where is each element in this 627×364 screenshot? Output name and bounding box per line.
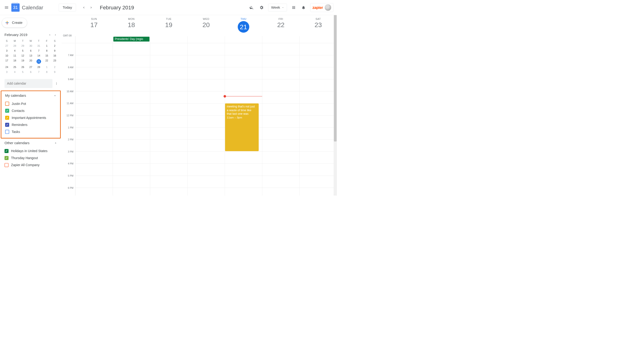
mini-day[interactable]: 7 (35, 48, 43, 53)
search-button[interactable] (249, 4, 255, 10)
day-header[interactable]: FRI22 (262, 15, 300, 36)
mini-day[interactable]: 28 (11, 44, 19, 48)
mini-day[interactable]: 27 (3, 44, 11, 48)
calendar-item[interactable]: Zapier All Company (4, 162, 59, 169)
mini-day[interactable]: 1 (43, 65, 51, 70)
main-menu-button[interactable] (3, 4, 9, 10)
mini-day[interactable]: 6 (27, 70, 35, 75)
calendar-checkbox[interactable] (5, 130, 9, 134)
mini-day[interactable]: 2 (51, 65, 59, 70)
mini-day[interactable]: 28 (35, 65, 43, 70)
my-calendars-toggle[interactable]: My calendars (2, 92, 59, 100)
add-calendar-input[interactable] (4, 79, 52, 88)
mini-day[interactable]: 2 (51, 44, 59, 48)
prev-week-button[interactable] (81, 4, 87, 10)
calendar-checkbox[interactable] (5, 109, 9, 113)
view-selector[interactable]: Week (268, 3, 287, 11)
apps-button[interactable] (291, 4, 297, 10)
mini-day[interactable]: 17 (3, 58, 11, 65)
allday-cell[interactable] (262, 36, 300, 43)
day-column[interactable] (113, 43, 150, 196)
zapier-account-chip[interactable]: zapier (310, 3, 333, 12)
user-avatar[interactable] (325, 4, 331, 11)
settings-button[interactable] (258, 4, 264, 10)
mini-day[interactable]: 6 (27, 48, 35, 53)
next-week-button[interactable] (88, 4, 94, 10)
mini-day[interactable]: 4 (11, 70, 19, 75)
mini-day[interactable]: 8 (43, 48, 51, 53)
calendar-item[interactable]: Holidays in United States (4, 148, 59, 155)
day-header[interactable]: SAT23 (300, 15, 337, 36)
allday-cell[interactable]: Presidents' Day (regio (113, 36, 150, 43)
mini-day[interactable]: 20 (27, 58, 35, 65)
allday-cell[interactable] (300, 36, 337, 43)
allday-cell[interactable] (225, 36, 262, 43)
mini-day[interactable]: 15 (43, 53, 51, 58)
mini-day[interactable]: 16 (51, 53, 59, 58)
day-header[interactable]: TUE19 (150, 15, 187, 36)
allday-cell[interactable] (187, 36, 225, 43)
mini-day[interactable]: 4 (11, 48, 19, 53)
mini-day[interactable]: 19 (19, 58, 27, 65)
day-header[interactable]: MON18 (113, 15, 150, 36)
allday-cell[interactable] (75, 36, 113, 43)
day-column[interactable] (75, 43, 113, 196)
allday-cell[interactable] (150, 36, 187, 43)
create-button[interactable]: Create (2, 18, 27, 28)
day-header[interactable]: WED20 (187, 15, 225, 36)
today-button[interactable]: Today (59, 3, 76, 11)
mini-day[interactable]: 22 (43, 58, 51, 65)
mini-day[interactable]: 13 (27, 53, 35, 58)
mini-day[interactable]: 23 (51, 58, 59, 65)
mini-day[interactable]: 24 (3, 65, 11, 70)
mini-day[interactable]: 9 (51, 48, 59, 53)
add-calendar-menu-button[interactable] (54, 81, 59, 86)
calendar-checkbox[interactable] (5, 116, 9, 120)
calendar-item[interactable]: Justin Pot (5, 100, 59, 107)
mini-day[interactable]: 5 (19, 70, 27, 75)
mini-day[interactable]: 5 (19, 48, 27, 53)
day-header[interactable]: THU21 (225, 15, 262, 36)
notifications-button[interactable] (300, 4, 307, 10)
calendar-item[interactable]: Thursday Hangout (4, 155, 59, 161)
other-calendars-toggle[interactable]: Other calendars (2, 139, 60, 147)
mini-day[interactable]: 7 (35, 70, 43, 75)
calendar-item[interactable]: Tasks (5, 128, 59, 135)
calendar-item[interactable]: Important Appointments (5, 114, 59, 121)
day-column[interactable] (187, 43, 225, 196)
calendar-checkbox[interactable] (5, 123, 9, 127)
mini-day[interactable]: 9 (51, 70, 59, 75)
mini-day[interactable]: 21 (35, 58, 43, 65)
day-column[interactable] (262, 43, 300, 196)
calendar-item[interactable]: Contacts (5, 107, 59, 114)
allday-event[interactable]: Presidents' Day (regio (113, 37, 150, 42)
day-column[interactable] (150, 43, 187, 196)
mini-day[interactable]: 10 (3, 53, 11, 58)
mini-prev-month-button[interactable] (48, 33, 52, 37)
mini-day[interactable]: 8 (43, 70, 51, 75)
mini-day[interactable]: 12 (19, 53, 27, 58)
mini-day[interactable]: 14 (35, 53, 43, 58)
mini-day[interactable]: 3 (3, 70, 11, 75)
mini-day[interactable]: 3 (3, 48, 11, 53)
mini-day[interactable]: 25 (11, 65, 19, 70)
mini-next-month-button[interactable] (53, 33, 58, 37)
mini-day[interactable]: 30 (27, 44, 35, 48)
day-header[interactable]: SUN17 (75, 15, 113, 36)
mini-day[interactable]: 26 (19, 65, 27, 70)
mini-day[interactable]: 29 (19, 44, 27, 48)
calendar-item[interactable]: Reminders (5, 121, 59, 128)
calendar-checkbox[interactable] (4, 149, 8, 153)
mini-day[interactable]: 1 (43, 44, 51, 48)
day-column[interactable] (300, 43, 337, 196)
calendar-checkbox[interactable] (4, 163, 8, 167)
scrollbar-thumb[interactable] (334, 15, 337, 141)
calendar-checkbox[interactable] (5, 102, 9, 105)
mini-day[interactable]: 18 (11, 58, 19, 65)
mini-day[interactable]: 11 (11, 53, 19, 58)
mini-day[interactable]: 27 (27, 65, 35, 70)
calendar-checkbox[interactable] (4, 156, 8, 160)
mini-calendar[interactable]: SMTWTFS 27282930311234567891011121314151… (3, 39, 59, 75)
calendar-event[interactable]: meeting that's not just a waste of time … (225, 104, 259, 151)
mini-day[interactable]: 31 (35, 44, 43, 48)
